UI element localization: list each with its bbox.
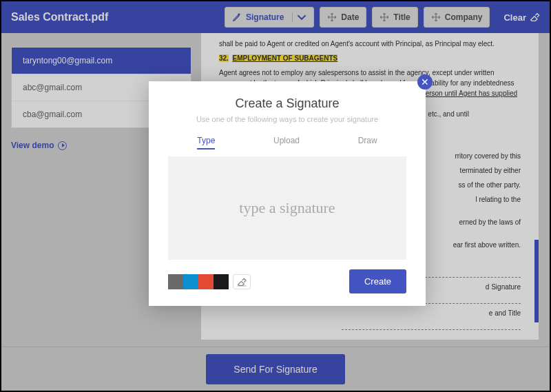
- signature-text-input[interactable]: [180, 199, 394, 217]
- create-signature-modal: ✕ Create a Signature Use one of the foll…: [149, 81, 426, 306]
- color-swatch-black[interactable]: [214, 274, 229, 289]
- tab-draw[interactable]: Draw: [358, 136, 377, 149]
- close-modal-button[interactable]: ✕: [417, 74, 433, 90]
- close-icon: ✕: [421, 76, 429, 87]
- signature-canvas: [168, 156, 406, 260]
- eraser-button[interactable]: [233, 274, 251, 289]
- modal-subtitle: Use one of the following ways to create …: [168, 115, 406, 123]
- color-swatch-red[interactable]: [198, 274, 214, 289]
- color-swatch-gray[interactable]: [168, 274, 183, 289]
- color-swatches: [168, 274, 229, 289]
- modal-footer: Create: [168, 269, 406, 293]
- tab-type[interactable]: Type: [197, 136, 215, 149]
- create-button[interactable]: Create: [349, 269, 406, 293]
- modal-tabs: Type Upload Draw: [168, 136, 406, 149]
- tab-upload[interactable]: Upload: [273, 136, 300, 149]
- modal-title: Create a Signature: [168, 96, 406, 111]
- eraser-icon: [236, 277, 247, 287]
- color-swatch-blue[interactable]: [183, 274, 198, 289]
